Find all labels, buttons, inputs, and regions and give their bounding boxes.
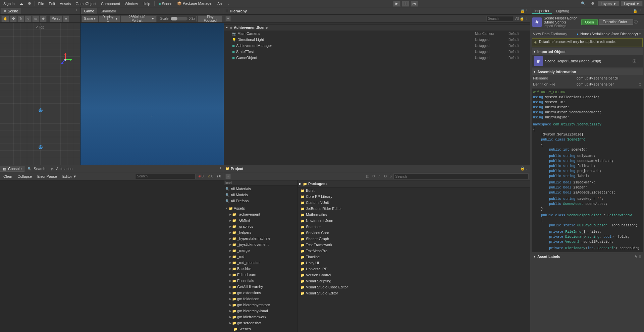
- assets-menu[interactable]: Assets: [58, 1, 73, 6]
- scene-tab[interactable]: ■ Scene: [157, 1, 174, 6]
- definition-target-btn[interactable]: ⊙: [639, 82, 641, 86]
- hierarchy-more[interactable]: ⋮: [525, 9, 529, 13]
- essentials-folder[interactable]: ▶ 📁 Essentials: [224, 278, 298, 284]
- assembly-info-header[interactable]: ▼ Assembly Information: [532, 68, 643, 75]
- component-menu[interactable]: Component: [99, 1, 122, 6]
- hand-tool[interactable]: ✋: [1, 15, 9, 22]
- scenes-folder[interactable]: 📁 Scenes: [224, 326, 298, 332]
- pivot-handle[interactable]: [39, 108, 43, 112]
- pkg-timeline[interactable]: 📁 Timeline: [298, 254, 530, 260]
- imported-object-header[interactable]: ▼ Imported Object: [532, 48, 643, 55]
- game-canvas[interactable]: + +: [80, 23, 224, 165]
- animation-tab[interactable]: ▷ Animation: [48, 166, 75, 172]
- pkg-vscode-editor[interactable]: 📁 Visual Studio Code Editor: [298, 284, 530, 290]
- dict-target-btn[interactable]: ⊙: [639, 32, 641, 36]
- project-packages-list[interactable]: ▶ 📁 Packages › 📁 Burst 📁 Core RP Library: [298, 180, 530, 332]
- gminit-folder[interactable]: ▶ 📁 _GMInit: [224, 217, 298, 223]
- search-bottom-tab[interactable]: 🔍 Search: [24, 166, 48, 172]
- achievement-folder[interactable]: ▶ 📁 _achievement: [224, 211, 298, 217]
- hierarchy-item-3[interactable]: ◼ StateTTest Untagged Default: [224, 49, 530, 55]
- pkg-newtonsoft[interactable]: 📁 Newtonsoft Json: [298, 218, 530, 224]
- signin-btn[interactable]: Sign in: [1, 1, 17, 6]
- hierarchy-lock2[interactable]: 🔒: [520, 16, 524, 21]
- gm-hierarchyrestore-folder[interactable]: ▶ 📁 gm.hierarchyrestore: [224, 302, 298, 308]
- pkg-test-framework[interactable]: 📁 Test Framework: [298, 242, 530, 248]
- gm-extensions-folder[interactable]: ▶ 📁 gm.extensions: [224, 290, 298, 296]
- display-select[interactable]: Display 1 ▼: [99, 15, 120, 22]
- open-script-btn[interactable]: Open: [581, 19, 598, 25]
- resolution-select[interactable]: 2560x1440 Portrait ▼: [121, 15, 156, 22]
- pkg-core-rp[interactable]: 📁 Core RP Library: [298, 193, 530, 200]
- console-messages[interactable]: [0, 180, 224, 332]
- editorlearn-folder[interactable]: ▶ 📁 EditorLearn: [224, 272, 298, 278]
- collab2-btn[interactable]: ⚙: [589, 1, 596, 6]
- pkg-services-core[interactable]: 📁 Services Core: [298, 230, 530, 236]
- hierarchy-lock[interactable]: 🔒: [520, 9, 525, 13]
- file-menu[interactable]: File: [36, 1, 46, 6]
- project-search-input[interactable]: [393, 173, 529, 179]
- pkg-universal-rp[interactable]: 📁 Universal RP: [298, 266, 530, 272]
- all-materials-item[interactable]: 🔍 All Materials: [224, 186, 298, 192]
- layout-dropdown[interactable]: Layout ▼: [621, 1, 643, 6]
- play-focused-btn[interactable]: Play Focused: [198, 15, 222, 22]
- console-tab[interactable]: ▤ Console: [0, 166, 24, 172]
- rotate-tool[interactable]: ↻: [17, 15, 24, 22]
- packages-section-header[interactable]: ▶ 📁 Packages ›: [298, 180, 530, 187]
- pkg-textmeshpro2[interactable]: 📁 TextMeshPro: [298, 248, 530, 254]
- game-panel-menu[interactable]: ⋮: [217, 9, 223, 13]
- scene-panel-menu[interactable]: ⋮: [73, 9, 79, 13]
- extra-menu[interactable]: ⋮: [224, 1, 232, 6]
- cloud-btn[interactable]: ☁: [17, 1, 25, 6]
- step-button[interactable]: ⏭: [411, 1, 418, 7]
- imported-more-icon[interactable]: ⋮: [637, 59, 641, 63]
- project-add-btn[interactable]: +: [225, 174, 231, 179]
- window-menu[interactable]: Window: [123, 1, 140, 6]
- all-prefabs-item[interactable]: 🔍 All Prefabs: [224, 198, 298, 204]
- asset-labels-edit-btn[interactable]: ✎: [635, 255, 637, 259]
- gm-screenshot-folder[interactable]: ▶ 📁 gm.screenshot: [224, 320, 298, 326]
- pkg-mathematics[interactable]: 📁 Mathematics: [298, 212, 530, 218]
- help-menu[interactable]: Help: [141, 1, 152, 6]
- proj-icon2[interactable]: ↻: [372, 174, 375, 178]
- hierarchy-item-0[interactable]: 📷 Main Camera MainCamera Default: [224, 31, 530, 37]
- asset-labels-header[interactable]: ▼ Asset Labels ✎ ⊞: [533, 255, 641, 259]
- pkg-vs-editor[interactable]: 📁 Visual Studio Editor: [298, 290, 530, 296]
- move-tool[interactable]: ✥: [10, 15, 17, 22]
- hierarchy-more2[interactable]: ⋮: [525, 16, 529, 21]
- collab-btn[interactable]: ⚙: [26, 1, 33, 6]
- pkg-shader-graph[interactable]: 📁 Shader Graph: [298, 236, 530, 242]
- gm-foldericon-folder[interactable]: ▶ 📁 gm.foldericon: [224, 296, 298, 302]
- inspector-tab-btn[interactable]: Inspector: [532, 8, 552, 14]
- md-folder[interactable]: ▶ 📁 _md: [224, 254, 298, 260]
- baedrick-folder[interactable]: ▶ 📁 Baedrick: [224, 266, 298, 272]
- joystick-folder[interactable]: ▶ 📁 _joystickmovement: [224, 241, 298, 247]
- helpers-folder[interactable]: ▶ 📁 _helpers: [224, 229, 298, 235]
- clear-console-btn[interactable]: Clear: [1, 174, 14, 179]
- pkg-burst[interactable]: 📁 Burst: [298, 187, 530, 193]
- layers-dropdown[interactable]: Layers ▼: [598, 1, 620, 6]
- proj-icon1[interactable]: ◫: [366, 174, 369, 178]
- hierarchy-add-btn[interactable]: +: [225, 16, 231, 21]
- merge-folder[interactable]: ▶ 📁 _merge: [224, 247, 298, 254]
- console-panel-menu[interactable]: ⋮: [217, 167, 224, 171]
- inspector-more[interactable]: ⋮: [639, 9, 643, 13]
- play-button[interactable]: ▶: [393, 1, 400, 7]
- assets-root-item[interactable]: ▼ 📁 Assets: [224, 205, 298, 211]
- editor-filter-btn[interactable]: Editor ▼: [60, 174, 79, 179]
- scale-slider[interactable]: [171, 17, 187, 20]
- hierarchy-item-2[interactable]: ◼ AchievementManager Untagged Default: [224, 43, 530, 49]
- project-folder-tree[interactable]: load 🔍 All Materials 🔍 All Models 🔍 All …: [224, 180, 298, 332]
- transform-tool[interactable]: ⊕: [40, 15, 47, 22]
- hierarchy-list[interactable]: ▼ ◈ AchievementScene 📷 Main Camera MainC…: [224, 24, 530, 165]
- edit-menu[interactable]: Edit: [47, 1, 57, 6]
- gameobject-menu[interactable]: GameObject: [73, 1, 98, 6]
- graphics-folder[interactable]: ▶ 📁 _graphics: [224, 223, 298, 229]
- import-more[interactable]: ⋮: [638, 20, 642, 24]
- pkg-jetbrains[interactable]: 📁 JetBrains Rider Editor: [298, 206, 530, 212]
- all-models-item[interactable]: 🔍 All Models: [224, 192, 298, 198]
- collapse-btn[interactable]: Collapse: [15, 174, 34, 179]
- project-lock[interactable]: 🔒: [520, 166, 525, 171]
- hierarchy-search[interactable]: [486, 16, 513, 21]
- inspector-lock[interactable]: 🔒: [633, 9, 638, 13]
- search-top-btn[interactable]: 🔍: [579, 1, 588, 6]
